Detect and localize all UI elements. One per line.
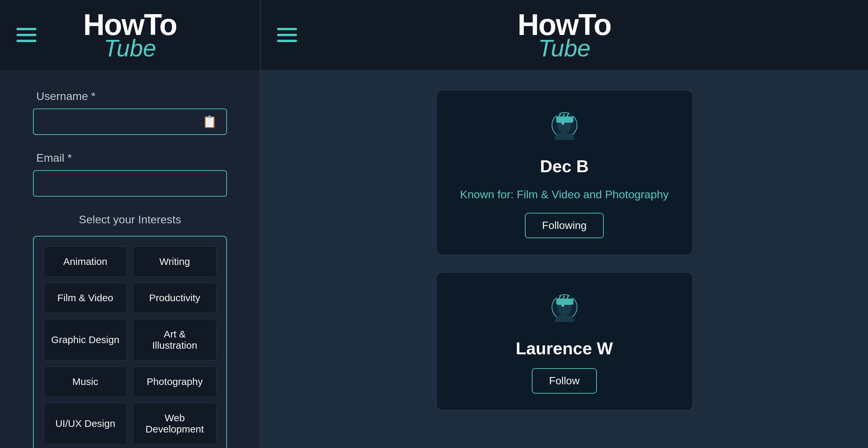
username-icon: 📋 — [202, 115, 217, 129]
interest-btn-music[interactable]: Music — [43, 366, 127, 397]
right-panel: HowTo Tube Dec BKnown for — [260, 0, 868, 448]
profile-card-laurence-w: Laurence WFollow — [436, 272, 693, 411]
left-logo: HowTo Tube — [83, 10, 177, 60]
left-hamburger-menu[interactable] — [17, 28, 36, 42]
interests-grid: AnimationWritingFilm & VideoProductivity… — [43, 247, 216, 448]
right-header: HowTo Tube — [260, 0, 868, 70]
email-input[interactable] — [43, 178, 217, 190]
profile-name-laurence-w: Laurence W — [516, 339, 613, 358]
follow-button-dec-b[interactable]: Following — [525, 213, 604, 238]
username-input-wrapper[interactable]: 📋 — [33, 108, 227, 135]
interests-label: Select your Interests — [79, 213, 181, 226]
interest-btn-art-illustration[interactable]: Art & Illustration — [133, 319, 216, 360]
interest-btn-film-video[interactable]: Film & Video — [43, 283, 127, 313]
interest-btn-graphic-design[interactable]: Graphic Design — [43, 319, 127, 360]
interest-btn-productivity[interactable]: Productivity — [133, 283, 216, 313]
right-hamburger-menu[interactable] — [277, 28, 297, 42]
right-logo: HowTo Tube — [518, 10, 611, 60]
interest-btn-ui-ux-design[interactable]: UI/UX Design — [43, 403, 127, 444]
right-logo-tube: Tube — [538, 36, 591, 60]
follow-button-laurence-w[interactable]: Follow — [532, 368, 596, 393]
svg-point-7 — [561, 122, 564, 125]
profile-known-for-dec-b: Known for: Film & Video and Photography — [460, 186, 669, 203]
registration-form: Username * 📋 Email * Select your Interes… — [0, 70, 260, 448]
email-input-wrapper[interactable] — [33, 170, 227, 197]
interest-btn-writing[interactable]: Writing — [133, 247, 216, 277]
profiles-section: Dec BKnown for: Film & Video and Photogr… — [260, 70, 868, 430]
interests-container: AnimationWritingFilm & VideoProductivity… — [33, 236, 227, 448]
email-label: Email * — [36, 152, 72, 164]
username-label: Username * — [36, 90, 96, 103]
left-header: HowTo Tube — [0, 0, 260, 70]
avatar-icon-laurence-w — [545, 289, 584, 328]
svg-point-15 — [561, 304, 564, 307]
left-logo-tube: Tube — [104, 36, 156, 60]
left-panel: HowTo Tube Username * 📋 Email * Select y… — [0, 0, 260, 448]
profile-name-dec-b: Dec B — [540, 156, 589, 176]
interest-btn-animation[interactable]: Animation — [43, 247, 127, 277]
username-input[interactable] — [43, 116, 202, 128]
profile-card-dec-b: Dec BKnown for: Film & Video and Photogr… — [436, 90, 693, 255]
interest-btn-photography[interactable]: Photography — [133, 366, 216, 397]
interest-btn-web-development[interactable]: Web Development — [133, 403, 216, 444]
avatar-icon-dec-b — [545, 107, 584, 147]
